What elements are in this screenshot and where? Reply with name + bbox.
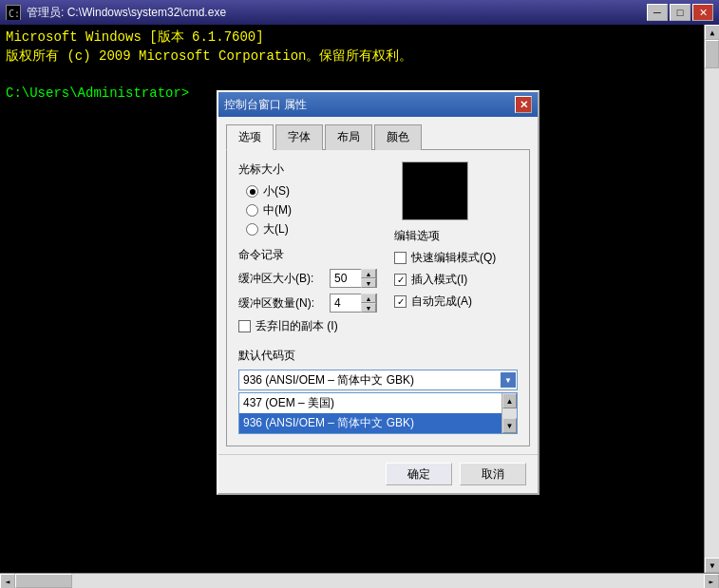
quickedit-checkbox[interactable]	[394, 252, 407, 264]
cmd-title-buttons: ─ □ ✕	[647, 4, 713, 21]
quickedit-row[interactable]: 快速编辑模式(Q)	[394, 250, 518, 266]
discard-label: 丢弃旧的副本 (I)	[255, 318, 338, 334]
cmd-titlebar: C: 管理员: C:\Windows\system32\cmd.exe ─ □ …	[0, 0, 719, 25]
cancel-button[interactable]: 取消	[460, 463, 526, 485]
dialog-close-button[interactable]: ✕	[515, 96, 532, 113]
horizontal-scrollbar[interactable]: ◄ ►	[0, 573, 719, 588]
codepage-item-936[interactable]: 936 (ANSI/OEM – 简体中文 GBK)	[239, 413, 501, 433]
codepage-label: 默认代码页	[238, 348, 518, 364]
tabs-bar: 选项 字体 布局 颜色	[226, 124, 530, 150]
scroll-thumb-v[interactable]	[705, 40, 719, 68]
codepage-selected[interactable]: 936 (ANSI/OEM – 简体中文 GBK)	[238, 370, 518, 390]
radio-small-label: 小(S)	[263, 183, 290, 199]
autocomplete-checkbox[interactable]	[394, 295, 407, 308]
dropdown-arrow-icon[interactable]: ▼	[501, 372, 516, 388]
cmd-line2: 版权所有 (c) 2009 Microsoft Corporation。保留所有…	[6, 47, 698, 66]
codepage-scrollbar[interactable]: ▲ ▼	[501, 393, 517, 433]
command-section-label: 命令记录	[238, 247, 385, 263]
buffer-count-spinbox[interactable]: 4 ▲ ▼	[330, 294, 377, 313]
right-column: 编辑选项 快速编辑模式(Q) 插入模式(I) 自动完成(A)	[394, 161, 518, 340]
autocomplete-label: 自动完成(A)	[411, 294, 472, 310]
cursor-size-label: 光标大小	[238, 161, 385, 178]
vertical-scrollbar[interactable]: ▲ ▼	[704, 25, 719, 573]
left-column: 光标大小 小(S) 中(M) 大(L)	[238, 161, 385, 340]
buffer-count-up[interactable]: ▲	[361, 294, 376, 303]
dialog-footer: 确定 取消	[218, 454, 538, 493]
scroll-right-button[interactable]: ►	[704, 574, 719, 588]
buffer-size-value: 50	[331, 272, 361, 285]
radio-small-circle[interactable]	[246, 185, 258, 198]
cmd-title-text: 管理员: C:\Windows\system32\cmd.exe	[27, 5, 641, 21]
radio-medium[interactable]: 中(M)	[246, 202, 385, 218]
cursor-preview	[402, 161, 468, 220]
minimize-button[interactable]: ─	[647, 4, 668, 21]
buffer-size-down[interactable]: ▼	[361, 278, 376, 288]
maximize-button[interactable]: □	[670, 4, 691, 21]
tab-layout[interactable]: 布局	[325, 124, 372, 150]
quickedit-label: 快速编辑模式(Q)	[411, 250, 496, 266]
buffer-size-row: 缓冲区大小(B): 50 ▲ ▼	[238, 269, 385, 288]
radio-small[interactable]: 小(S)	[246, 183, 385, 199]
dialog-title: 控制台窗口 属性	[224, 97, 515, 113]
scroll-down-button[interactable]: ▼	[705, 558, 719, 573]
buffer-count-row: 缓冲区数量(N): 4 ▲ ▼	[238, 294, 385, 313]
properties-dialog: 控制台窗口 属性 ✕ 选项 字体 布局 颜色 光标大小 小(S)	[217, 90, 539, 495]
codepage-scroll-down[interactable]: ▼	[502, 418, 517, 433]
buffer-size-up[interactable]: ▲	[361, 269, 376, 278]
cmd-line1: Microsoft Windows [版本 6.1.7600]	[6, 28, 698, 47]
discard-checkbox[interactable]	[238, 320, 251, 332]
scroll-track-h[interactable]	[15, 574, 704, 588]
radio-medium-label: 中(M)	[263, 202, 292, 218]
options-columns: 光标大小 小(S) 中(M) 大(L)	[238, 161, 518, 340]
insert-row[interactable]: 插入模式(I)	[394, 272, 518, 288]
codepage-dropdown[interactable]: 936 (ANSI/OEM – 简体中文 GBK) ▼	[238, 370, 518, 390]
svg-text:C:: C:	[9, 9, 20, 19]
buffer-count-down[interactable]: ▼	[361, 303, 376, 313]
dialog-titlebar: 控制台窗口 属性 ✕	[218, 92, 538, 117]
tab-content-options: 光标大小 小(S) 中(M) 大(L)	[226, 149, 530, 446]
close-button[interactable]: ✕	[692, 4, 713, 21]
tab-color[interactable]: 颜色	[374, 124, 422, 150]
cursor-radio-group: 小(S) 中(M) 大(L)	[246, 183, 385, 237]
tab-options[interactable]: 选项	[226, 124, 274, 150]
codepage-item-437[interactable]: 437 (OEM – 美国)	[239, 393, 501, 413]
buffer-count-buttons: ▲ ▼	[361, 294, 376, 313]
insert-checkbox[interactable]	[394, 274, 407, 286]
insert-label: 插入模式(I)	[411, 272, 467, 288]
codepage-selected-text: 936 (ANSI/OEM – 简体中文 GBK)	[243, 372, 414, 389]
radio-medium-circle[interactable]	[246, 204, 258, 217]
codepage-scroll-up[interactable]: ▲	[502, 393, 517, 408]
scroll-track-v[interactable]	[705, 40, 719, 558]
codepage-section: 默认代码页 936 (ANSI/OEM – 简体中文 GBK) ▼ 437 (O…	[238, 348, 518, 434]
codepage-scroll-track	[502, 408, 517, 418]
buffer-size-buttons: ▲ ▼	[361, 269, 376, 288]
radio-large-circle[interactable]	[246, 223, 258, 236]
radio-large-label: 大(L)	[263, 221, 289, 237]
confirm-button[interactable]: 确定	[386, 463, 452, 485]
codepage-list[interactable]: 437 (OEM – 美国) 936 (ANSI/OEM – 简体中文 GBK)…	[238, 392, 518, 434]
buffer-count-label: 缓冲区数量(N):	[238, 295, 324, 312]
edit-section-label: 编辑选项	[394, 228, 518, 244]
buffer-size-label: 缓冲区大小(B):	[238, 271, 324, 287]
scroll-thumb-h[interactable]	[15, 574, 72, 588]
cmd-icon: C:	[6, 5, 21, 20]
discard-checkbox-row[interactable]: 丢弃旧的副本 (I)	[238, 318, 385, 334]
scroll-left-button[interactable]: ◄	[0, 574, 15, 588]
cmd-line3	[6, 66, 698, 85]
dialog-body: 选项 字体 布局 颜色 光标大小 小(S)	[218, 117, 538, 454]
scroll-up-button[interactable]: ▲	[705, 25, 719, 40]
autocomplete-row[interactable]: 自动完成(A)	[394, 294, 518, 310]
buffer-size-spinbox[interactable]: 50 ▲ ▼	[330, 269, 377, 288]
buffer-count-value: 4	[331, 296, 361, 310]
radio-large[interactable]: 大(L)	[246, 221, 385, 237]
tab-font[interactable]: 字体	[275, 124, 323, 150]
